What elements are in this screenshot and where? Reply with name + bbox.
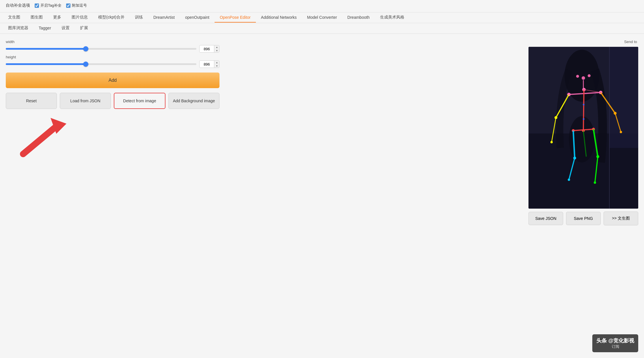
height-input-box[interactable]: ▲ ▼ [199,60,219,68]
svg-point-37 [583,104,585,105]
height-slider-thumb[interactable] [83,62,88,67]
action-buttons-row: Reset Load from JSON Detect from image A… [6,93,219,109]
tab-moxing-hebing[interactable]: 模型(ckpt)合并 [93,12,130,23]
width-slider-track[interactable] [6,48,196,50]
svg-point-32 [594,181,596,184]
canvas-area[interactable] [528,47,638,209]
svg-point-23 [550,141,553,143]
tab-tushi[interactable]: 图生图 [25,12,48,23]
red-arrow-svg [6,108,92,160]
svg-point-9 [588,74,591,77]
tab-model-converter[interactable]: Model Converter [302,13,342,23]
height-spinners: ▲ ▼ [214,61,219,68]
watermark-sub: 订阅 [612,344,619,349]
tab-additional-networks[interactable]: Additional Networks [256,13,302,23]
send-to-wenshi-button[interactable]: >> 文生图 [604,212,638,225]
anime-character-bg [528,47,638,209]
tab-tuku-liulanqi[interactable]: 图库浏览器 [3,23,33,34]
save-json-button[interactable]: Save JSON [528,212,563,225]
load-from-json-button[interactable]: Load from JSON [60,93,111,109]
tab-kuozhan[interactable]: 扩展 [75,23,93,34]
checkbox-tag-complete[interactable]: 开启Tag补全 [35,3,62,8]
watermark-handle: 头条 @竞化影视 [596,337,634,344]
width-slider-fill [6,48,86,50]
tab-tupianxinxi[interactable]: 图片信息 [66,12,93,23]
width-label: width [6,40,219,44]
pose-skeleton-svg [528,47,638,209]
send-to-label: Send to [624,40,638,44]
tab-shezhi[interactable]: 设置 [56,23,75,34]
height-spin-down[interactable]: ▼ [214,64,219,68]
arrow-annotation [6,108,219,166]
tab-gengduo[interactable]: 更多 [48,12,66,23]
nav-tabs-row1: 文生图 图生图 更多 图片信息 模型(ckpt)合并 训练 DreamArtis… [0,12,644,23]
tab-openoutpaint[interactable]: openOutpaint [180,13,215,23]
width-slider-thumb[interactable] [83,46,88,51]
tab-xunlian[interactable]: 训练 [130,12,148,23]
width-spin-up[interactable]: ▲ [214,45,219,49]
nav-tabs-row2: 图库浏览器 Tagger 设置 扩展 [0,23,644,34]
height-slider-row: height ▲ ▼ [6,55,219,68]
tab-tagger[interactable]: Tagger [33,23,56,33]
svg-line-24 [583,90,584,131]
checkbox-add-comma-label: 附加逗号 [72,3,87,8]
tab-shengcheng-meishu[interactable]: 生成美术风格 [375,12,410,23]
sliders-group: width ▲ ▼ [6,40,219,68]
svg-rect-4 [609,47,638,148]
checkbox-tag-complete-input[interactable] [35,3,39,8]
save-png-button[interactable]: Save PNG [566,212,601,225]
height-spin-up[interactable]: ▲ [214,61,219,64]
svg-point-19 [620,131,622,133]
tab-openpose-editor[interactable]: OpenPose Editor [215,13,256,23]
width-slider-row: width ▲ ▼ [6,40,219,53]
svg-point-8 [582,76,585,80]
height-input[interactable] [200,61,214,67]
add-button[interactable]: Add [6,73,219,88]
height-slider-track[interactable] [6,63,196,65]
canvas-bottom-buttons: Save JSON Save PNG >> 文生图 [528,212,638,225]
svg-point-10 [576,75,579,78]
width-spin-down[interactable]: ▼ [214,49,219,52]
reset-button[interactable]: Reset [6,93,57,109]
svg-point-36 [568,179,570,181]
checkbox-add-comma-input[interactable] [66,3,70,8]
width-input[interactable] [200,46,214,52]
tab-dreambooth[interactable]: Dreambooth [342,13,375,23]
width-spinners: ▲ ▼ [214,45,219,52]
height-slider-fill [6,63,86,65]
svg-point-38 [583,118,585,120]
svg-point-7 [569,116,595,162]
detect-from-image-button[interactable]: Detect from image [114,93,165,109]
tab-wenshi[interactable]: 文生图 [3,12,25,23]
auto-complete-title: 自动补全选项 [6,3,30,8]
checkbox-tag-complete-label: 开启Tag补全 [40,3,62,8]
width-input-box[interactable]: ▲ ▼ [199,45,219,53]
checkbox-add-comma[interactable]: 附加逗号 [66,3,87,8]
watermark: 头条 @竞化影视 订阅 [592,334,638,352]
add-background-image-button[interactable]: Add Background image [168,93,219,109]
height-label: height [6,55,219,59]
tab-dreamartist[interactable]: DreamArtist [148,13,180,23]
